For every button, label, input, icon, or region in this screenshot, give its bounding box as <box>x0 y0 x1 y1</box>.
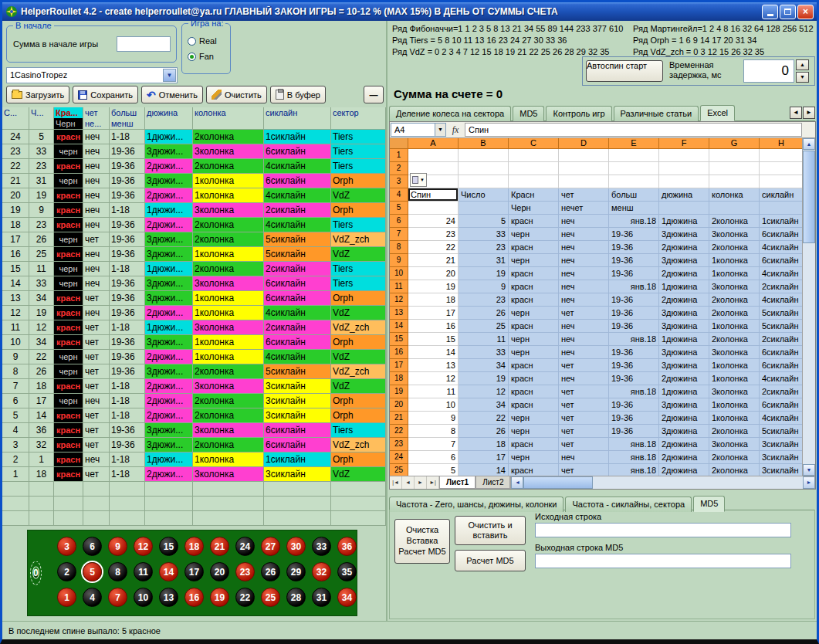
scroll-right-icon[interactable]: ► <box>803 476 815 489</box>
excel-cell-F11[interactable]: 1дюжина <box>659 280 709 293</box>
excel-cell-E5[interactable]: менш <box>609 202 659 215</box>
name-box-dropdown-icon[interactable]: ▼ <box>435 123 446 137</box>
board-number-26[interactable]: 26 <box>261 562 280 581</box>
excel-cell-H24[interactable]: 3сиклайн <box>760 451 804 464</box>
excel-cell-A24[interactable]: 6 <box>408 451 459 464</box>
excel-cell-E17[interactable]: 19-36 <box>609 359 659 372</box>
excel-cell-H8[interactable]: 4сиклайн <box>760 241 804 254</box>
excel-cell-E12[interactable]: 19-36 <box>609 293 659 307</box>
excel-cell-E20[interactable]: 19-36 <box>609 398 659 412</box>
excel-cell-F21[interactable]: 2дюжина <box>659 412 709 425</box>
load-button[interactable]: Загрузить <box>6 86 69 103</box>
excel-cell-F15[interactable]: 1дюжина <box>659 333 709 346</box>
board-number-18[interactable]: 18 <box>184 537 204 556</box>
collapse-button[interactable]: — <box>364 86 384 103</box>
excel-cell-G24[interactable]: 2колонка <box>709 451 760 464</box>
excel-cell-E1[interactable] <box>609 149 659 162</box>
excel-cell-G16[interactable]: 3колонка <box>709 346 760 359</box>
excel-cell-D16[interactable]: неч <box>559 346 609 359</box>
excel-cell-B3[interactable] <box>459 175 509 188</box>
excel-cell-G10[interactable]: 1колонка <box>709 267 760 280</box>
excel-cell-H21[interactable]: 4сиклайн <box>760 412 804 425</box>
excel-cell-H18[interactable]: 4сиклайн <box>760 372 804 385</box>
excel-cell-A19[interactable]: 11 <box>408 385 459 398</box>
right-tab-3[interactable]: Различные статьи <box>614 106 699 121</box>
excel-row-header-23[interactable]: 23 <box>390 438 408 451</box>
excel-formula-bar[interactable]: Спин <box>465 123 802 137</box>
board-number-36[interactable]: 36 <box>337 537 357 556</box>
tab-scroll-right-button[interactable]: ► <box>803 107 815 119</box>
excel-cell-F24[interactable]: 2дюжина <box>659 451 709 464</box>
board-number-22[interactable]: 22 <box>235 588 255 607</box>
excel-cell-A1[interactable] <box>408 149 459 162</box>
excel-cell-F13[interactable]: 3дюжина <box>659 307 709 320</box>
md5-clear-paste-calc-button[interactable]: Очистка Вставка Расчет MD5 <box>394 519 450 564</box>
excel-cell-B21[interactable]: 22 <box>459 412 509 425</box>
excel-row-header-4[interactable]: 4 <box>390 188 408 202</box>
radio-real[interactable]: Real <box>188 36 217 46</box>
excel-cell-B12[interactable]: 23 <box>459 293 509 307</box>
excel-cell-F4[interactable]: дюжина <box>659 188 709 202</box>
excel-col-header-E[interactable]: E <box>609 138 659 149</box>
excel-cell-A15[interactable]: 15 <box>408 333 459 346</box>
excel-cell-B20[interactable]: 34 <box>459 398 509 412</box>
excel-cell-D24[interactable]: неч <box>559 451 609 464</box>
excel-cell-E11[interactable]: янв.18 <box>609 280 659 293</box>
excel-cell-G19[interactable]: 3колонка <box>709 385 760 398</box>
insert-function-icon[interactable]: fx <box>446 124 465 136</box>
excel-cell-D1[interactable] <box>559 149 609 162</box>
excel-cell-C9[interactable]: черн <box>509 254 559 267</box>
board-number-31[interactable]: 31 <box>312 588 331 607</box>
excel-cell-A17[interactable]: 13 <box>408 359 459 372</box>
excel-cell-C5[interactable]: Черн <box>509 202 559 215</box>
excel-cell-E18[interactable]: 19-36 <box>609 372 659 385</box>
excel-cell-C24[interactable]: черн <box>509 451 559 464</box>
undo-button[interactable]: ↶ Отменить <box>141 86 203 103</box>
excel-cell-A23[interactable]: 7 <box>408 438 459 451</box>
excel-cell-H12[interactable]: 4сиклайн <box>760 293 804 307</box>
board-number-11[interactable]: 11 <box>134 562 153 581</box>
excel-cell-F10[interactable]: 2дюжина <box>659 267 709 280</box>
excel-cell-A18[interactable]: 12 <box>408 372 459 385</box>
excel-cell-B19[interactable]: 12 <box>459 385 509 398</box>
excel-cell-D17[interactable]: чет <box>559 359 609 372</box>
excel-cell-C21[interactable]: черн <box>509 412 559 425</box>
excel-cell-C12[interactable]: красн <box>509 293 559 307</box>
excel-cell-F5[interactable] <box>659 202 709 215</box>
excel-col-header-H[interactable]: H <box>760 138 804 149</box>
excel-row-header-9[interactable]: 9 <box>390 254 408 267</box>
excel-cell-B5[interactable] <box>459 202 509 215</box>
excel-cell-F7[interactable]: 3дюжина <box>659 228 709 241</box>
excel-cell-E22[interactable]: 19-36 <box>609 425 659 438</box>
excel-horizontal-scrollbar[interactable]: ◄ ► <box>510 476 815 489</box>
excel-cell-A11[interactable]: 19 <box>408 280 459 293</box>
board-number-3[interactable]: 3 <box>57 537 76 556</box>
excel-cell-B4[interactable]: Число <box>459 188 509 202</box>
excel-cell-E8[interactable]: 19-36 <box>609 241 659 254</box>
board-number-35[interactable]: 35 <box>337 562 357 581</box>
excel-cell-H5[interactable] <box>760 202 804 215</box>
excel-cell-A7[interactable]: 23 <box>408 228 459 241</box>
to-clipboard-button[interactable]: В буфер <box>270 86 326 103</box>
excel-col-header-F[interactable]: F <box>659 138 709 149</box>
excel-cell-A13[interactable]: 17 <box>408 307 459 320</box>
excel-cell-G18[interactable]: 1колонка <box>709 372 760 385</box>
horizontal-scroll-thumb[interactable] <box>523 476 593 489</box>
delay-input[interactable]: 0 <box>743 59 794 83</box>
excel-row-header-20[interactable]: 20 <box>390 398 408 412</box>
right-tab-0[interactable]: Деление колеса на сектора <box>389 106 511 121</box>
excel-row-header-17[interactable]: 17 <box>390 359 408 372</box>
sheet-tab-list2[interactable]: Лист2 <box>475 476 510 489</box>
excel-col-header-C[interactable]: C <box>509 138 559 149</box>
excel-cell-B16[interactable]: 33 <box>459 346 509 359</box>
excel-col-header-B[interactable]: B <box>459 138 509 149</box>
board-number-5[interactable]: 5 <box>83 562 102 581</box>
excel-cell-B24[interactable]: 17 <box>459 451 509 464</box>
excel-cell-B14[interactable]: 25 <box>459 320 509 333</box>
excel-cell-A12[interactable]: 18 <box>408 293 459 307</box>
excel-cell-A22[interactable]: 8 <box>408 425 459 438</box>
excel-cell-G11[interactable]: 3колонка <box>709 280 760 293</box>
excel-cell-B1[interactable] <box>459 149 509 162</box>
excel-cell-A16[interactable]: 14 <box>408 346 459 359</box>
save-button[interactable]: Сохранить <box>73 86 138 103</box>
